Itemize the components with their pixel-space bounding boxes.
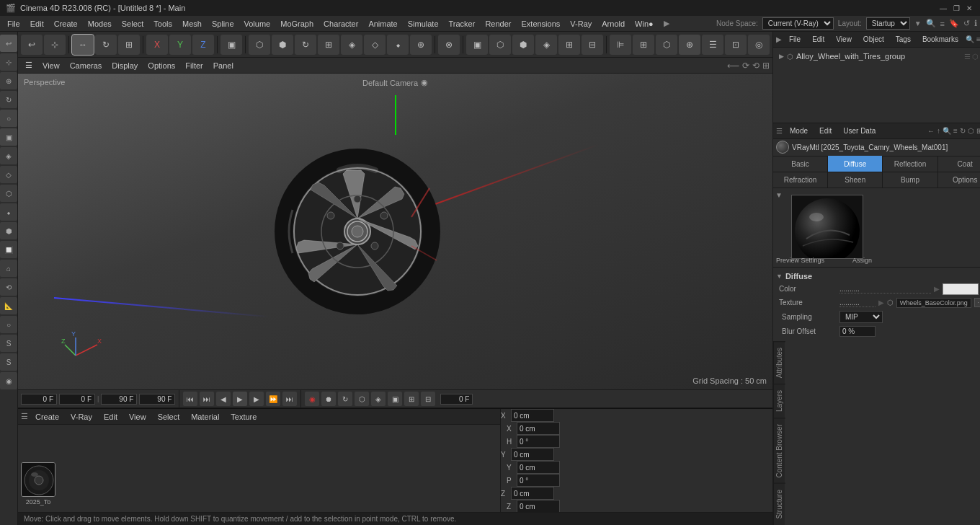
mat-menu-icon[interactable]: ☰ bbox=[21, 412, 28, 421]
tool-measure[interactable]: ⟲ bbox=[0, 278, 17, 296]
tool-hex2[interactable]: ⬢ bbox=[0, 222, 17, 239]
transport-next-key[interactable]: ⏩ bbox=[266, 392, 280, 406]
texture-channel-icon[interactable]: ⬡ bbox=[887, 299, 894, 306]
lock-icon[interactable]: ⬡ bbox=[972, 53, 979, 61]
tool-s1[interactable]: S bbox=[0, 335, 17, 352]
tb-undo[interactable]: ↩ bbox=[21, 35, 43, 55]
tool-angle[interactable]: 📐 bbox=[0, 297, 17, 314]
tb-scale[interactable]: ⊞ bbox=[118, 35, 140, 55]
tb-poly2[interactable]: ⬢ bbox=[272, 35, 293, 55]
tab-diffuse[interactable]: Diffuse bbox=[828, 156, 883, 172]
attr-search-icon[interactable]: 🔍 bbox=[943, 127, 951, 135]
scene-menu-icon[interactable]: ▶ bbox=[776, 35, 782, 43]
menu-vray[interactable]: V-Ray bbox=[566, 18, 596, 30]
tb-cube4[interactable]: ◈ bbox=[535, 35, 557, 55]
tab-coat[interactable]: Coat bbox=[938, 156, 980, 172]
tool-rotate[interactable]: ⊕ bbox=[0, 72, 17, 89]
assign-button[interactable]: Assign bbox=[852, 257, 872, 264]
tb-render4[interactable]: ⊡ bbox=[725, 35, 747, 55]
tool-scale[interactable]: ↻ bbox=[0, 91, 17, 108]
coord-rz-input[interactable] bbox=[517, 500, 560, 513]
menu-spline[interactable]: Spline bbox=[208, 18, 239, 30]
preview-settings-button[interactable]: Preview Settings bbox=[776, 257, 824, 264]
tab-reflection[interactable]: Reflection bbox=[883, 156, 937, 172]
tb-move[interactable]: ↔ bbox=[72, 35, 94, 55]
coord-y-input[interactable] bbox=[511, 448, 554, 461]
menu-modes[interactable]: Modes bbox=[84, 18, 116, 30]
tab-refraction[interactable]: Refraction bbox=[773, 172, 828, 188]
coord-x-input[interactable] bbox=[511, 409, 554, 422]
close-button[interactable]: ✕ bbox=[964, 3, 974, 13]
menu-mesh[interactable]: Mesh bbox=[178, 18, 206, 30]
transport-next[interactable]: ▶ bbox=[249, 392, 264, 406]
tool-snap[interactable]: ⌂ bbox=[0, 260, 17, 277]
tb-hex[interactable]: ⬥ bbox=[387, 35, 409, 55]
attr-add-icon[interactable]: ⊞ bbox=[976, 127, 980, 135]
menu-render[interactable]: Render bbox=[481, 18, 515, 30]
node-space-select[interactable]: Current (V-Ray) bbox=[762, 17, 834, 30]
vp-menu-display[interactable]: Display bbox=[107, 60, 142, 71]
coord-h-input[interactable] bbox=[517, 435, 560, 448]
tool-uv[interactable]: ◇ bbox=[0, 166, 17, 183]
key-add[interactable]: ▣ bbox=[388, 392, 402, 406]
tool-select[interactable]: ⊹ bbox=[0, 53, 17, 71]
tb-cube2[interactable]: ⬡ bbox=[489, 35, 511, 55]
key-rot[interactable]: ↻ bbox=[338, 392, 352, 406]
coord-ry-input[interactable] bbox=[517, 461, 560, 474]
vp-menu-icon[interactable]: ☰ bbox=[21, 59, 37, 71]
menu-select[interactable]: Select bbox=[117, 18, 148, 30]
key-pos[interactable]: ◈ bbox=[371, 392, 386, 406]
window-controls[interactable]: — ❐ ✕ bbox=[938, 3, 974, 13]
tb-poly1[interactable]: ⬡ bbox=[249, 35, 270, 55]
scene-menu-bookmarks[interactable]: Bookmarks bbox=[918, 34, 963, 45]
attr-back-icon[interactable]: ← bbox=[927, 127, 935, 135]
attr-menu-icon[interactable]: ☰ bbox=[776, 127, 783, 135]
tb-arrow[interactable]: ⊫ bbox=[610, 35, 631, 55]
menu-file[interactable]: File bbox=[3, 18, 24, 30]
attr-menu-mode[interactable]: Mode bbox=[785, 125, 812, 136]
vp-nav-full[interactable]: ⊞ bbox=[762, 61, 770, 71]
blur-offset-input[interactable] bbox=[839, 326, 876, 337]
menu-character[interactable]: Character bbox=[319, 18, 362, 30]
color-swatch[interactable] bbox=[943, 283, 979, 295]
tool-hex[interactable]: ⬡ bbox=[0, 185, 17, 202]
menu-win[interactable]: Win● bbox=[631, 18, 658, 30]
maximize-button[interactable]: ❐ bbox=[951, 3, 961, 13]
vp-menu-options[interactable]: Options bbox=[143, 60, 179, 71]
attr-pin-icon[interactable]: ⬡ bbox=[968, 127, 974, 135]
mat-menu-vray[interactable]: V-Ray bbox=[66, 411, 97, 423]
info-icon[interactable]: ℹ bbox=[974, 19, 977, 28]
side-tab-attributes[interactable]: Attributes bbox=[774, 341, 785, 384]
tb-snap[interactable]: ⊹ bbox=[44, 35, 66, 55]
menu-create[interactable]: Create bbox=[50, 18, 82, 30]
tb-grid[interactable]: ⊞ bbox=[633, 35, 654, 55]
tb-x[interactable]: X bbox=[146, 35, 168, 55]
coord-p-input[interactable] bbox=[517, 474, 560, 487]
scene-search-icon[interactable]: 🔍 bbox=[966, 35, 974, 43]
tool-circle[interactable]: ○ bbox=[0, 316, 17, 333]
tool-point[interactable]: ◈ bbox=[0, 147, 17, 164]
transport-begin[interactable]: ⏮ bbox=[183, 392, 197, 406]
tb-y[interactable]: Y bbox=[169, 35, 191, 55]
mat-menu-edit[interactable]: Edit bbox=[99, 411, 122, 423]
scene-menu-view[interactable]: View bbox=[832, 34, 856, 45]
tool-move[interactable]: ↩ bbox=[0, 35, 17, 52]
vp-nav-orbit[interactable]: ⟳ bbox=[742, 61, 749, 71]
search-icon[interactable]: 🔍 bbox=[926, 19, 936, 28]
tab-sheen[interactable]: Sheen bbox=[828, 172, 883, 188]
color-arrow-icon[interactable]: ▶ bbox=[934, 285, 940, 293]
mat-menu-texture[interactable]: Texture bbox=[226, 411, 261, 423]
key-record[interactable]: ◉ bbox=[305, 392, 319, 406]
attr-refresh-icon[interactable]: ↻ bbox=[960, 127, 966, 135]
frame-display-input[interactable] bbox=[440, 394, 473, 405]
menu-mograph[interactable]: MoGraph bbox=[276, 18, 318, 30]
tb-diamond[interactable]: ◈ bbox=[341, 35, 362, 55]
sampling-select[interactable]: MIP None bbox=[839, 311, 883, 323]
tb-cross[interactable]: ⊗ bbox=[438, 35, 460, 55]
frame-end-input[interactable] bbox=[101, 394, 137, 405]
transport-prev-key[interactable]: ⏭ bbox=[200, 392, 214, 406]
attr-menu-userdata[interactable]: User Data bbox=[839, 125, 880, 136]
scene-menu-edit[interactable]: Edit bbox=[808, 34, 829, 45]
tab-bump[interactable]: Bump bbox=[883, 172, 937, 188]
tb-render3[interactable]: ☰ bbox=[702, 35, 723, 55]
